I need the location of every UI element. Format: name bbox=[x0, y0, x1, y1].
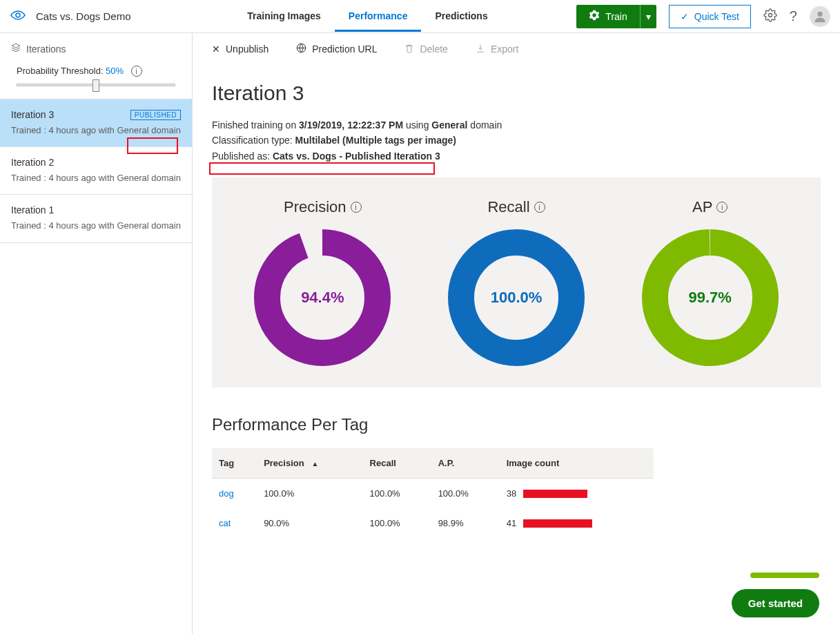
svg-point-2 bbox=[817, 11, 822, 16]
performance-per-tag-title: Performance Per Tag bbox=[212, 415, 821, 434]
tab-performance[interactable]: Performance bbox=[335, 1, 422, 32]
export-button: Export bbox=[476, 43, 518, 55]
delete-button: Delete bbox=[404, 43, 447, 55]
layers-icon bbox=[11, 43, 21, 55]
info-icon[interactable]: i bbox=[716, 202, 727, 213]
settings-gear-icon[interactable] bbox=[763, 8, 777, 25]
col-ap[interactable]: A.P. bbox=[431, 448, 500, 479]
donut-chart: 100.0% bbox=[447, 229, 585, 367]
metric-value: 94.4% bbox=[253, 229, 391, 367]
iteration-item[interactable]: Iteration 1Trained : 4 hours ago with Ge… bbox=[0, 195, 192, 242]
info-icon[interactable]: i bbox=[534, 202, 545, 213]
iteration-title: Iteration 3 bbox=[212, 81, 821, 105]
metric-value: 99.7% bbox=[641, 229, 779, 367]
table-row: cat90.0%100.0%98.9%41 bbox=[212, 508, 654, 538]
slider-thumb[interactable] bbox=[92, 79, 99, 92]
donut-chart: 99.7% bbox=[641, 229, 779, 367]
tag-link[interactable]: dog bbox=[219, 488, 234, 499]
iteration-meta: Finished training on 3/19/2019, 12:22:37… bbox=[212, 117, 821, 164]
count-bar bbox=[523, 490, 587, 498]
app-title: Cats vs. Dogs Demo bbox=[36, 10, 131, 22]
tab-training-images[interactable]: Training Images bbox=[233, 1, 335, 32]
globe-icon bbox=[296, 43, 306, 55]
nav-tabs: Training Images Performance Predictions bbox=[233, 1, 501, 32]
top-bar: Cats vs. Dogs Demo Training Images Perfo… bbox=[0, 0, 840, 33]
gears-icon bbox=[589, 10, 600, 23]
help-icon[interactable]: ? bbox=[790, 8, 797, 24]
download-icon bbox=[476, 44, 485, 55]
iterations-label: Iterations bbox=[26, 44, 66, 55]
metric-value: 100.0% bbox=[447, 229, 585, 367]
metrics-panel: Precision i94.4%Recall i100.0%AP i99.7% bbox=[212, 177, 821, 387]
sidebar: Iterations Probability Threshold: 50% i … bbox=[0, 33, 193, 634]
probability-threshold: Probability Threshold: 50% i bbox=[0, 61, 192, 99]
tag-link[interactable]: cat bbox=[219, 518, 231, 528]
iteration-actions: ✕Unpublish Prediction URL Delete Export bbox=[193, 33, 840, 65]
iteration-item[interactable]: Iteration 3PUBLISHEDTrained : 4 hours ag… bbox=[0, 99, 192, 147]
check-icon: ✓ bbox=[681, 11, 689, 22]
close-icon: ✕ bbox=[212, 44, 220, 55]
get-started-button[interactable]: Get started bbox=[732, 589, 819, 617]
unpublish-button[interactable]: ✕Unpublish bbox=[212, 43, 268, 55]
quick-test-label: Quick Test bbox=[694, 11, 739, 22]
eye-logo-icon bbox=[10, 7, 26, 26]
col-precision[interactable]: Precision ▲ bbox=[257, 448, 362, 479]
info-icon[interactable]: i bbox=[351, 202, 362, 213]
threshold-slider[interactable] bbox=[17, 84, 175, 86]
col-image-count[interactable]: Image count bbox=[500, 448, 654, 479]
metric-precision: Precision i94.4% bbox=[236, 198, 409, 367]
donut-chart: 94.4% bbox=[253, 229, 391, 367]
iteration-list: Iteration 3PUBLISHEDTrained : 4 hours ag… bbox=[0, 99, 192, 243]
table-row: dog100.0%100.0%100.0%38 bbox=[212, 479, 654, 509]
info-icon[interactable]: i bbox=[131, 66, 142, 77]
progress-line bbox=[750, 573, 819, 578]
col-recall[interactable]: Recall bbox=[363, 448, 431, 479]
main-content: ✕Unpublish Prediction URL Delete Export … bbox=[193, 33, 840, 634]
metric-ap: AP i99.7% bbox=[624, 198, 797, 367]
user-avatar[interactable] bbox=[810, 6, 830, 27]
iteration-item[interactable]: Iteration 2Trained : 4 hours ago with Ge… bbox=[0, 147, 192, 195]
threshold-value: 50% bbox=[106, 66, 124, 76]
published-badge: PUBLISHED bbox=[130, 110, 181, 120]
trash-icon bbox=[404, 44, 414, 55]
svg-point-0 bbox=[16, 13, 20, 17]
metric-recall: Recall i100.0% bbox=[430, 198, 603, 367]
threshold-label: Probability Threshold: bbox=[17, 66, 106, 76]
quick-test-button[interactable]: ✓ Quick Test bbox=[669, 5, 751, 28]
iterations-header: Iterations bbox=[0, 33, 192, 61]
count-bar bbox=[523, 519, 592, 528]
sort-icon: ▲ bbox=[312, 460, 319, 468]
header-right: Train ▾ ✓ Quick Test ? bbox=[576, 5, 830, 28]
performance-table: Tag Precision ▲ Recall A.P. Image count … bbox=[212, 448, 654, 538]
train-label: Train bbox=[605, 11, 627, 22]
tab-predictions[interactable]: Predictions bbox=[421, 1, 501, 32]
get-started-widget: Get started bbox=[732, 573, 819, 617]
train-button[interactable]: Train ▾ bbox=[576, 5, 656, 28]
col-tag[interactable]: Tag bbox=[212, 448, 257, 479]
svg-point-1 bbox=[768, 13, 772, 17]
train-dropdown[interactable]: ▾ bbox=[640, 5, 656, 28]
prediction-url-button[interactable]: Prediction URL bbox=[296, 43, 377, 55]
published-as-name: Cats vs. Dogs - Published Iteration 3 bbox=[273, 151, 440, 162]
